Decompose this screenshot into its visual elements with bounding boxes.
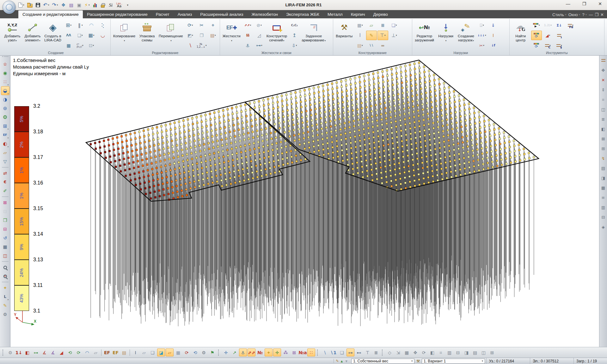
surface-fxy-button[interactable]: z=f(x,y)▾ <box>75 41 85 50</box>
display-settings-button[interactable]: ⚙ <box>1 310 9 319</box>
gear-secondary-button[interactable]: ⚙ <box>200 349 208 356</box>
masonry-display-button[interactable]: ▤ <box>120 349 128 356</box>
loadcase-down-button[interactable]: ▼ <box>345 359 348 363</box>
plate-grid-button[interactable]: ▦▾ <box>86 31 97 40</box>
local-axes-1-button[interactable]: ∡ <box>40 349 48 356</box>
toolbar-handle[interactable] <box>382 349 384 356</box>
masonry-button[interactable]: ▤▾ <box>355 41 365 50</box>
diagram-button[interactable] <box>92 1 97 9</box>
snapshot-button[interactable]: ▣ <box>77 1 82 9</box>
variant-select[interactable]: 1. Вариант 1 ▾ <box>422 359 485 364</box>
supports-button[interactable]: ⇗⇗▾ <box>242 21 253 30</box>
loadcase-up-button[interactable]: ▲ <box>340 359 343 363</box>
right-tool-hatch-button[interactable]: ▩ <box>600 185 606 191</box>
joint-tool-button[interactable]: ⊶ <box>346 349 354 356</box>
tab-7[interactable]: Экспертиза ЖБК <box>282 10 323 18</box>
style-menu[interactable]: Стиль˅ <box>552 12 567 17</box>
design-books-button[interactable]: ❏▾ <box>389 21 400 30</box>
right-tool-cols-button[interactable]: ▥ <box>600 204 606 210</box>
add-node-button[interactable]: X,Y,ZДобавитьузел▾ <box>3 19 22 51</box>
misc-9-button[interactable]: ⊟ <box>454 349 462 356</box>
right-tool-panels-button[interactable]: ◫ <box>600 106 606 112</box>
copy-button[interactable]: Копирование▾ <box>112 19 137 51</box>
fragment-inactive-button[interactable]: ⊡ <box>1 207 9 216</box>
element-numbers-button[interactable]: ◧ <box>23 349 31 356</box>
misc-13-button[interactable]: ⊞ <box>488 349 496 356</box>
rotate-button[interactable]: ⟳▾ <box>185 21 196 30</box>
select-zoom-button[interactable]: ⌖ <box>208 21 218 30</box>
frame-scheme-button[interactable]: ⊞▾ <box>63 21 74 30</box>
arch-scheme-button[interactable]: ◡ <box>97 31 108 40</box>
right-tool-list-button[interactable]: ≣ <box>600 116 606 122</box>
beam-paint-button[interactable]: Ⅰ <box>488 31 499 40</box>
mdi-minimize[interactable]: — <box>589 12 593 17</box>
solid-display-2-button[interactable]: ❏ <box>149 349 156 356</box>
model-3d-view-button[interactable]: ❖ <box>61 1 66 9</box>
select-elements-button[interactable]: ∷▸ <box>1 77 9 86</box>
tab-6[interactable]: Железобетон <box>247 10 282 18</box>
misc-6-button[interactable]: ◧ <box>428 349 436 356</box>
flip-model-button[interactable]: ⇄ <box>1 169 9 178</box>
knife-button[interactable]: ∖ <box>185 41 196 50</box>
shaded-view-button[interactable]: ◪ <box>157 349 165 356</box>
tab-2[interactable]: Расширенное редактирование <box>83 10 152 18</box>
mosaic-load-button[interactable]: ↓ <box>554 31 565 40</box>
filter-button[interactable]: ▽ <box>1 157 9 166</box>
open-file-button[interactable] <box>27 1 33 9</box>
redo-button[interactable]: ↷▾ <box>52 1 58 9</box>
load-values-button[interactable]: №a <box>299 349 307 356</box>
load-histogram-button[interactable]: ◢ <box>58 349 65 356</box>
copy-loads-button[interactable]: ⇓ <box>488 21 499 30</box>
dome-display-button[interactable]: ◠ <box>83 349 91 356</box>
misc-12-button[interactable]: ◫ <box>480 349 487 356</box>
zoom-cancel-button[interactable] <box>1 272 9 281</box>
add-bars-button[interactable]: ∖∖ <box>366 41 377 50</box>
truss-scheme-button[interactable]: ΛΛ <box>63 31 74 40</box>
right-tool-updown-button[interactable]: ⇕ <box>600 87 606 93</box>
loads-button[interactable]: ↓Нагрузки▾ <box>436 19 456 51</box>
loadcase-editor-button[interactable]: ↩№Редакторзагружений <box>414 19 435 51</box>
fragment-rotate-button[interactable]: ↺ <box>1 234 9 242</box>
spotlight-button[interactable]: ✦ <box>1 283 9 292</box>
preset-reinforcement-button[interactable]: Заданноеармирование▾ <box>300 19 327 51</box>
book-view-button[interactable]: ▤ <box>69 1 74 9</box>
isometric-view-button[interactable]: ❂ <box>1 113 9 122</box>
quick-run-button[interactable]: ⚡▾ <box>84 1 89 9</box>
node-links-button[interactable]: ⁂ <box>282 349 290 356</box>
envelope-button[interactable]: ⊠ <box>290 349 298 356</box>
right-tool-box-x-button[interactable]: ⊠ <box>600 136 606 142</box>
right-tool-move-button[interactable]: ✥ <box>600 67 606 73</box>
mosaic-spring-button[interactable]: §▾ <box>554 41 565 50</box>
local-axes-2-button[interactable]: ∡ <box>49 349 57 356</box>
qat-options-button[interactable]: ▾ <box>125 1 130 9</box>
create-in-lira-cad-button[interactable]: ◈Создать вLIRA-CAD <box>43 19 63 51</box>
ef-display-1-button[interactable]: EF <box>103 349 111 356</box>
plate-angle-button[interactable]: ◿ <box>254 31 265 40</box>
edit-design-button[interactable]: ✎ <box>366 31 377 40</box>
tab-4[interactable]: Анализ <box>174 10 196 18</box>
pile-in-soil-button[interactable]: ⇩▾ <box>289 41 300 50</box>
right-tool-rows-button[interactable]: ▤ <box>600 165 606 171</box>
close-button[interactable]: ✕ <box>598 1 602 6</box>
text-format-button[interactable]: i,xx..Aa <box>116 1 122 9</box>
misc-1-button[interactable]: ◇ <box>386 349 394 356</box>
misc-7-button[interactable]: ⌗ <box>437 349 445 356</box>
mosaic-fd-button[interactable]: Fd▾ <box>565 21 576 30</box>
misc-8-button[interactable]: ▥ <box>445 349 453 356</box>
weight-load-button[interactable]: ⍗▾ <box>476 21 487 30</box>
mosaic-palette-button[interactable] <box>600 57 606 64</box>
misc-2-button[interactable]: ⇲ <box>394 349 402 356</box>
joints-button[interactable]: ⊶▾ <box>254 41 265 50</box>
window-menu[interactable]: Окно˅ <box>568 12 580 17</box>
mosaic-c-button[interactable]: C▾ <box>543 41 553 50</box>
color-scale-cursor-button[interactable]: ▶▾ <box>531 21 542 30</box>
flag-display-button[interactable]: ⚑ <box>208 349 216 356</box>
nodes-display-button[interactable]: ⊶ <box>32 349 40 356</box>
measure-button[interactable]: ✛ <box>222 349 230 356</box>
section-constructor-button[interactable]: Конструкторсечений▾ <box>265 19 289 51</box>
update-blue-button[interactable]: ⟲ <box>191 349 199 356</box>
dashed-grid-button[interactable]: ⊡▾ <box>86 41 97 50</box>
stiffness-display-button[interactable]: EF▸ <box>1 130 9 139</box>
tab-9[interactable]: Кирпич <box>347 10 369 18</box>
maximize-button[interactable]: ❐ <box>582 1 586 6</box>
